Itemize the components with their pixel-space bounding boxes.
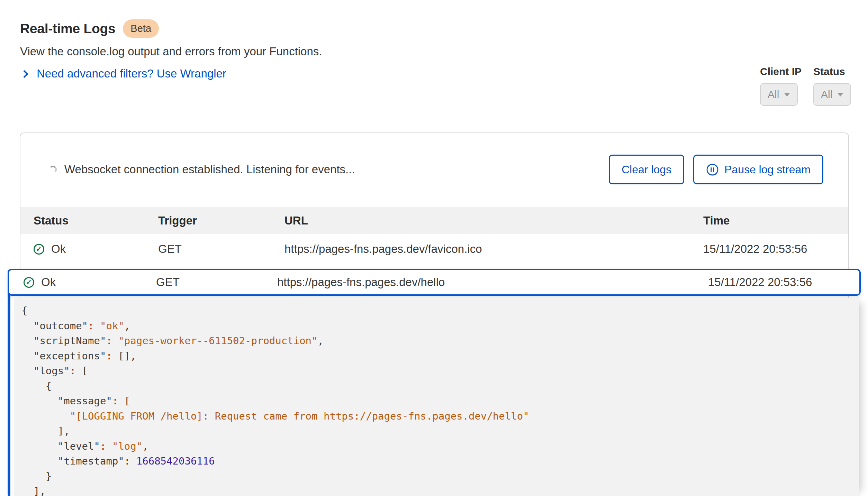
wrangler-link[interactable]: Need advanced filters? Use Wrangler [21, 67, 226, 80]
chevron-right-icon [20, 70, 28, 78]
log-stream-toolbar: Websocket connection established. Listen… [49, 154, 823, 185]
client-ip-filter-dropdown[interactable]: All [760, 83, 798, 106]
spinner-icon [49, 166, 57, 173]
realtime-logs-page: Real-time Logs Beta View the console.log… [0, 0, 868, 496]
expanded-log-card: ✓ Ok GET https://pages-fns.pages.dev/hel… [8, 269, 861, 496]
toolbar-buttons: Clear logs Pause log stream [609, 155, 823, 184]
trigger-cell: GET [158, 242, 182, 256]
client-ip-filter-value: All [768, 89, 779, 100]
caret-down-icon [784, 93, 790, 97]
status-filter-label: Status [813, 66, 851, 77]
status-cell: ✓ Ok [34, 242, 66, 256]
log-filters: Client IP All Status All [760, 66, 851, 106]
column-header-time: Time [703, 214, 730, 227]
column-header-url: URL [284, 214, 308, 227]
status-filter-dropdown[interactable]: All [813, 83, 851, 106]
status-filter-group: Status All [813, 66, 851, 106]
log-table-row-selected[interactable]: ✓ Ok GET https://pages-fns.pages.dev/hel… [8, 269, 861, 296]
clear-logs-button[interactable]: Clear logs [609, 155, 684, 184]
connection-status: Websocket connection established. Listen… [49, 163, 355, 176]
url-cell: https://pages-fns.pages.dev/hello [277, 276, 445, 289]
selection-accent-bar [8, 270, 10, 496]
page-subtitle: View the console.log output and errors f… [20, 45, 322, 58]
url-cell: https://pages-fns.pages.dev/favicon.ico [284, 242, 482, 256]
pause-icon [706, 163, 719, 176]
page-header: Real-time Logs Beta [20, 19, 159, 38]
column-header-status: Status [34, 214, 69, 227]
pause-log-stream-label: Pause log stream [724, 163, 811, 176]
beta-badge: Beta [123, 19, 159, 38]
check-circle-icon: ✓ [34, 244, 44, 255]
status-text: Ok [41, 276, 56, 289]
log-table-row[interactable]: ✓ Ok GET https://pages-fns.pages.dev/fav… [20, 234, 848, 264]
time-cell: 15/11/2022 20:53:56 [708, 276, 812, 289]
client-ip-filter-group: Client IP All [760, 66, 802, 106]
page-title: Real-time Logs [20, 21, 115, 36]
pause-log-stream-button[interactable]: Pause log stream [693, 155, 823, 184]
wrangler-link-label: Need advanced filters? Use Wrangler [37, 67, 226, 80]
column-header-trigger: Trigger [158, 214, 197, 227]
expanded-log-json: { "outcome": "ok", "scriptName": "pages-… [14, 298, 859, 496]
log-table-header: Status Trigger URL Time [20, 207, 848, 234]
connection-status-message: Websocket connection established. Listen… [64, 163, 355, 176]
check-circle-icon: ✓ [24, 277, 34, 288]
status-text: Ok [51, 242, 66, 256]
trigger-cell: GET [156, 276, 180, 289]
caret-down-icon [837, 93, 843, 97]
time-cell: 15/11/2022 20:53:56 [703, 242, 807, 256]
client-ip-filter-label: Client IP [760, 66, 802, 77]
json-code: { "outcome": "ok", "scriptName": "pages-… [21, 303, 859, 496]
status-filter-value: All [821, 89, 832, 100]
status-cell: ✓ Ok [24, 276, 56, 289]
clear-logs-label: Clear logs [622, 163, 671, 176]
